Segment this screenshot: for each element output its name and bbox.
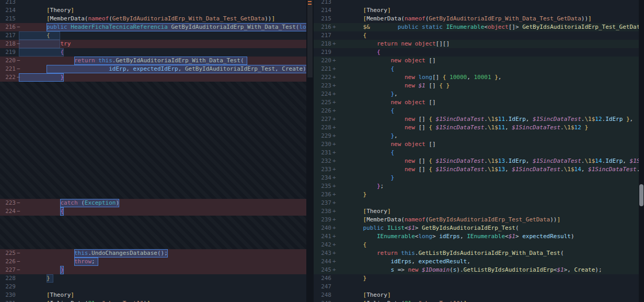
line-number[interactable]: 223 xyxy=(0,199,16,207)
code-line[interactable]: 218− try xyxy=(0,40,306,48)
line-number[interactable]: 227 xyxy=(0,266,16,274)
code-line[interactable]: 220− return this.GetByIdAuditoriaIdErp_W… xyxy=(0,57,306,65)
line-number[interactable]: 226 xyxy=(0,258,16,266)
line-number[interactable]: 233 xyxy=(314,165,331,174)
code-line[interactable]: 216− public HeaderFichaTecnicaReferencia… xyxy=(0,23,306,31)
code-line[interactable]: 232+ new [] { $1SincDataTest.\1$13.IdErp… xyxy=(314,157,644,165)
line-number[interactable]: 242 xyxy=(314,241,331,249)
code-line[interactable]: 217 { xyxy=(314,31,644,40)
line-number[interactable]: 219 xyxy=(314,48,331,57)
code-line[interactable]: 248 [Theory] xyxy=(314,291,644,299)
line-number[interactable]: 216 xyxy=(0,23,16,31)
code-line[interactable]: 242+ { xyxy=(314,241,644,249)
line-number[interactable]: 220 xyxy=(314,57,331,65)
line-number[interactable]: 225 xyxy=(314,98,331,107)
line-number[interactable]: 230 xyxy=(314,140,331,149)
line-number[interactable]: 213 xyxy=(0,0,16,6)
line-number[interactable]: 228 xyxy=(0,274,16,283)
code-line[interactable]: 239+ [MemberData(nameof(GetByIdsAuditori… xyxy=(314,216,644,224)
line-number[interactable]: 228 xyxy=(314,124,331,132)
code-line[interactable]: 220+ new object [] xyxy=(314,57,644,65)
code-line[interactable]: 243+ return this.GetListByIdsAuditoriaId… xyxy=(314,249,644,258)
line-number[interactable]: 248 xyxy=(314,291,331,299)
line-number[interactable]: 214 xyxy=(314,6,331,15)
code-line[interactable]: 229 xyxy=(0,283,306,291)
code-line[interactable]: 224− { xyxy=(0,207,306,216)
line-number[interactable]: 244 xyxy=(314,258,331,266)
code-line[interactable]: 237+ xyxy=(314,199,644,207)
line-number[interactable]: 213 xyxy=(314,0,331,6)
line-number[interactable]: 241 xyxy=(314,232,331,241)
code-line[interactable]: 219 { xyxy=(314,48,644,57)
line-number[interactable]: 236 xyxy=(314,191,331,199)
center-scrollbar[interactable] xyxy=(306,0,314,302)
code-line[interactable]: 236+ } xyxy=(314,191,644,199)
code-line[interactable]: 231 [InlineData(81, "chaveTest1")] xyxy=(0,299,306,302)
line-number[interactable]: 221 xyxy=(314,65,331,73)
line-number[interactable]: 225 xyxy=(0,249,16,258)
code-line[interactable]: 215 [MemberData(nameof(GetByIdAuditoriaI… xyxy=(314,15,644,23)
code-line[interactable]: 235+ }; xyxy=(314,182,644,191)
code-line[interactable]: 240+ public IList<$1> GetByIdsAuditoriaI… xyxy=(314,224,644,232)
code-line[interactable]: 225+ new object [] xyxy=(314,98,644,107)
code-line[interactable]: 230+ new object [] xyxy=(314,140,644,149)
line-number[interactable]: 220 xyxy=(0,57,16,65)
line-number[interactable]: 222 xyxy=(0,73,16,82)
code-line[interactable]: 228 } xyxy=(0,274,306,283)
line-number[interactable]: 229 xyxy=(0,283,16,291)
line-number[interactable]: 216 xyxy=(314,23,331,31)
line-number[interactable]: 218 xyxy=(0,40,16,48)
code-line[interactable]: 213 xyxy=(314,0,644,6)
line-number[interactable]: 238 xyxy=(314,207,331,216)
code-line[interactable]: 222− } xyxy=(0,73,306,82)
line-number[interactable]: 215 xyxy=(0,15,16,23)
line-number[interactable]: 239 xyxy=(314,216,331,224)
code-line[interactable]: 238+ [Theory] xyxy=(314,207,644,216)
code-line[interactable]: 214 [Theory] xyxy=(0,6,306,15)
line-number[interactable]: 231 xyxy=(0,299,16,302)
line-number[interactable]: 217 xyxy=(314,31,331,40)
code-line[interactable]: 233+ new [] { $1SincDataTest.\1$13, $1Si… xyxy=(314,165,644,174)
code-line[interactable]: 216+ $& public static IEnumerable<object… xyxy=(314,23,644,31)
line-number[interactable]: 227 xyxy=(314,115,331,124)
line-number[interactable]: 215 xyxy=(314,15,331,23)
line-number[interactable]: 230 xyxy=(0,291,16,299)
line-number[interactable]: 224 xyxy=(314,90,331,98)
code-line[interactable]: 227+ new [] { $1SincDataTest.\1$11.IdErp… xyxy=(314,115,644,124)
right-pane[interactable]: 213214 [Theory]215 [MemberData(nameof(Ge… xyxy=(314,0,644,302)
line-number[interactable]: 249 xyxy=(314,299,331,302)
code-line[interactable]: 218+ return new object[][] xyxy=(314,40,644,48)
code-line[interactable]: 246 } xyxy=(314,274,644,283)
line-number[interactable]: 240 xyxy=(314,224,331,232)
code-line[interactable]: 221+ { xyxy=(314,65,644,73)
line-number[interactable]: 224 xyxy=(0,207,16,216)
line-number[interactable]: 246 xyxy=(314,274,331,283)
code-line[interactable]: 224+ }, xyxy=(314,90,644,98)
code-line[interactable]: 223+ new $1 [] { } xyxy=(314,82,644,90)
line-number[interactable]: 223 xyxy=(314,82,331,90)
code-line[interactable]: 227− } xyxy=(0,266,306,274)
code-line[interactable]: 221− idErp, expectedIdErp, GetByIdAudito… xyxy=(0,65,306,73)
code-line[interactable]: 214 [Theory] xyxy=(314,6,644,15)
line-number[interactable]: 234 xyxy=(314,174,331,182)
code-line[interactable]: 229+ }, xyxy=(314,132,644,140)
code-line[interactable]: 228+ new [] { $1SincDataTest.\1$11, $1Si… xyxy=(314,124,644,132)
line-number[interactable]: 237 xyxy=(314,199,331,207)
code-line[interactable]: 219 { xyxy=(0,48,306,57)
line-number[interactable]: 217 xyxy=(0,31,16,40)
code-line[interactable]: 244+ idErps, expectedResult, xyxy=(314,258,644,266)
code-line[interactable]: 226+ { xyxy=(314,107,644,115)
line-number[interactable]: 243 xyxy=(314,249,331,258)
line-number[interactable]: 219 xyxy=(0,48,16,57)
code-line[interactable]: 223− catch (Exception) xyxy=(0,199,306,207)
scrollbar-thumb[interactable] xyxy=(307,0,313,77)
right-scrollbar[interactable] xyxy=(639,0,644,302)
line-number[interactable]: 232 xyxy=(314,157,331,165)
line-number[interactable]: 231 xyxy=(314,149,331,157)
line-number[interactable]: 218 xyxy=(314,40,331,48)
line-number[interactable]: 226 xyxy=(314,107,331,115)
code-line[interactable]: 215 [MemberData(nameof(GetByIdAuditoriaI… xyxy=(0,15,306,23)
line-number[interactable]: 222 xyxy=(314,73,331,82)
code-line[interactable]: 249 [InlineData(81, "chaveTest1")] xyxy=(314,299,644,302)
code-line[interactable]: 225− this.UndoChangesDatabase(); xyxy=(0,249,306,258)
